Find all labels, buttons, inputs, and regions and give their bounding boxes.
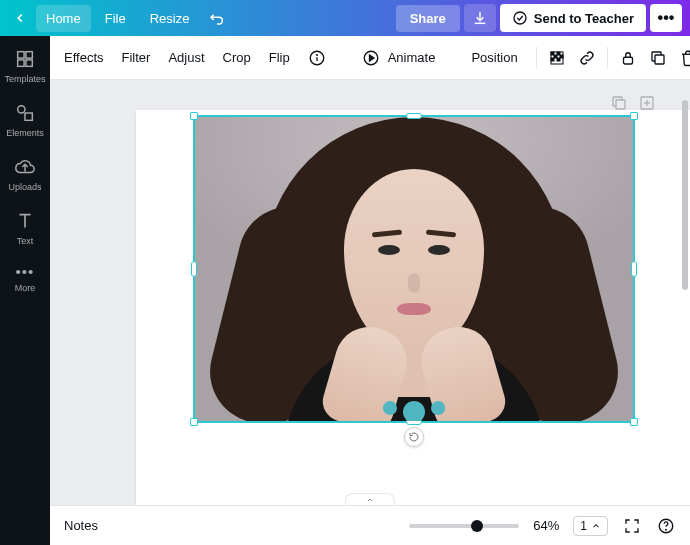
- notes-button[interactable]: Notes: [64, 518, 98, 533]
- transparency-icon: [548, 49, 566, 67]
- tool-animate[interactable]: Animate: [362, 49, 436, 67]
- trash-icon: [679, 49, 690, 67]
- vertical-scrollbar[interactable]: [682, 100, 688, 290]
- svg-rect-21: [616, 100, 625, 109]
- design-page[interactable]: [136, 110, 690, 505]
- undo-button[interactable]: [203, 10, 231, 26]
- lock-button[interactable]: [618, 48, 638, 68]
- svg-rect-4: [26, 60, 32, 66]
- svg-point-0: [514, 12, 526, 24]
- send-to-teacher-button[interactable]: Send to Teacher: [500, 4, 646, 32]
- nav-label: Elements: [6, 128, 44, 138]
- duplicate-button[interactable]: [648, 48, 668, 68]
- link-button[interactable]: [577, 48, 597, 68]
- zoom-thumb[interactable]: [471, 520, 483, 532]
- footer-bar: Notes 64% 1: [50, 505, 690, 545]
- resize-handle-t[interactable]: [406, 113, 422, 119]
- svg-rect-19: [623, 57, 632, 64]
- page-current: 1: [580, 519, 587, 533]
- resize-handle-r[interactable]: [631, 261, 637, 277]
- resize-handle-tl[interactable]: [190, 112, 198, 120]
- svg-point-5: [18, 106, 25, 113]
- image-content: [195, 117, 633, 421]
- templates-icon: [14, 48, 36, 70]
- info-button[interactable]: [308, 48, 326, 68]
- resize-handle-l[interactable]: [191, 261, 197, 277]
- svg-rect-2: [26, 52, 32, 58]
- svg-rect-1: [18, 52, 24, 58]
- nav-label: More: [15, 283, 36, 293]
- tool-crop[interactable]: Crop: [223, 50, 251, 65]
- animate-label: Animate: [388, 50, 436, 65]
- text-icon: [14, 210, 36, 232]
- expand-panel-handle[interactable]: [345, 493, 395, 505]
- nav-label: Templates: [4, 74, 45, 84]
- svg-marker-11: [369, 55, 374, 61]
- svg-rect-3: [18, 60, 24, 66]
- menu-file[interactable]: File: [95, 5, 136, 32]
- more-menu-button[interactable]: •••: [650, 4, 682, 32]
- send-label: Send to Teacher: [534, 11, 634, 26]
- lock-icon: [619, 49, 637, 67]
- info-icon: [308, 49, 326, 67]
- zoom-percent[interactable]: 64%: [533, 518, 559, 533]
- share-button[interactable]: Share: [396, 5, 460, 32]
- canvas-area[interactable]: + Add page: [50, 80, 690, 505]
- svg-point-9: [316, 54, 317, 55]
- top-menubar: Home File Resize Share Send to Teacher •…: [0, 0, 690, 36]
- menu-home[interactable]: Home: [36, 5, 91, 32]
- left-sidebar: Templates Elements Uploads Text ••• More: [0, 36, 50, 545]
- svg-rect-20: [655, 55, 664, 64]
- svg-point-26: [666, 529, 667, 530]
- link-icon: [578, 49, 596, 67]
- context-toolbar: Effects Filter Adjust Crop Flip Animate …: [50, 36, 690, 80]
- page-count-button[interactable]: 1: [573, 516, 608, 536]
- help-icon: [657, 517, 675, 535]
- nav-uploads[interactable]: Uploads: [0, 152, 50, 196]
- nav-label: Uploads: [8, 182, 41, 192]
- resize-handle-br[interactable]: [630, 418, 638, 426]
- resize-handle-tr[interactable]: [630, 112, 638, 120]
- tool-effects[interactable]: Effects: [64, 50, 104, 65]
- svg-rect-6: [25, 113, 32, 120]
- animate-icon: [362, 49, 380, 67]
- download-button[interactable]: [464, 4, 496, 32]
- check-circle-icon: [512, 10, 528, 26]
- rotate-handle[interactable]: [404, 427, 424, 447]
- tool-filter[interactable]: Filter: [122, 50, 151, 65]
- delete-button[interactable]: [678, 48, 690, 68]
- svg-rect-18: [557, 58, 560, 61]
- uploads-icon: [14, 156, 36, 178]
- tool-position[interactable]: Position: [471, 50, 517, 65]
- elements-icon: [14, 102, 36, 124]
- nav-text[interactable]: Text: [0, 206, 50, 250]
- zoom-slider[interactable]: [409, 524, 519, 528]
- rotate-icon: [408, 431, 420, 443]
- nav-templates[interactable]: Templates: [0, 44, 50, 88]
- help-button[interactable]: [656, 516, 676, 536]
- nav-elements[interactable]: Elements: [0, 98, 50, 142]
- resize-handle-bl[interactable]: [190, 418, 198, 426]
- transparency-button[interactable]: [547, 48, 567, 68]
- nav-label: Text: [17, 236, 34, 246]
- duplicate-icon: [649, 49, 667, 67]
- tool-adjust[interactable]: Adjust: [168, 50, 204, 65]
- fullscreen-button[interactable]: [622, 516, 642, 536]
- more-icon: •••: [16, 264, 35, 279]
- menu-resize[interactable]: Resize: [140, 5, 200, 32]
- chevron-up-icon: [364, 496, 376, 504]
- tool-flip[interactable]: Flip: [269, 50, 290, 65]
- back-button[interactable]: [8, 6, 32, 30]
- nav-more[interactable]: ••• More: [0, 260, 50, 297]
- selected-image[interactable]: [193, 115, 635, 423]
- chevron-up-icon: [591, 521, 601, 531]
- fullscreen-icon: [623, 517, 641, 535]
- svg-rect-17: [551, 58, 554, 61]
